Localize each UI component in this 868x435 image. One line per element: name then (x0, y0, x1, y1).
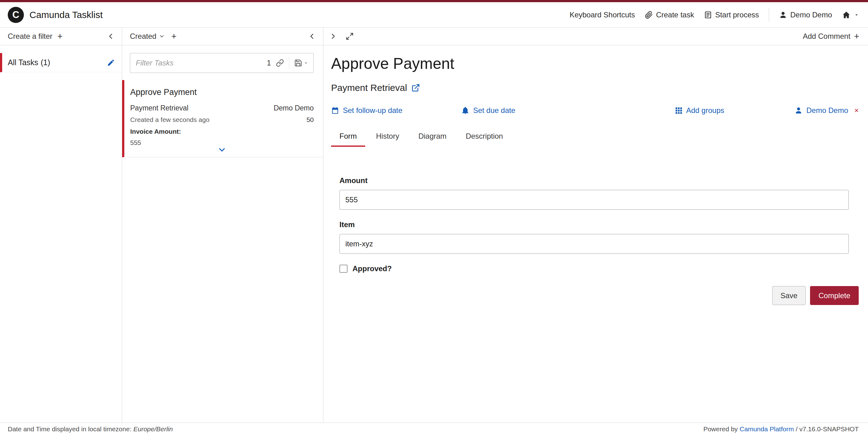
task-search-area: 1 (122, 45, 323, 80)
person-icon (779, 11, 787, 19)
complete-button[interactable]: Complete (810, 286, 859, 305)
collapse-filters-icon[interactable] (106, 32, 115, 41)
filters-panel: Create a filter + All Tasks (1) (0, 28, 122, 423)
add-comment-plus-icon: + (854, 32, 859, 41)
start-process-button[interactable]: Start process (704, 10, 759, 19)
caret-down-icon (854, 12, 859, 18)
add-comment-button[interactable]: Add Comment + (803, 32, 859, 41)
collapse-tasks-icon[interactable] (308, 32, 316, 41)
sort-label: Created (130, 32, 156, 41)
add-sort-plus-icon[interactable]: + (171, 32, 176, 41)
add-groups-link[interactable]: Add groups (675, 106, 724, 115)
tasks-panel: Created + 1 Approv (122, 28, 323, 423)
process-definition-row: Payment Retrieval (331, 83, 859, 93)
keyboard-shortcuts-label: Keyboard Shortcuts (569, 10, 635, 19)
detail-body: Approve Payment Payment Retrieval Set fo… (323, 45, 868, 423)
edit-filter-icon[interactable] (107, 59, 115, 67)
menu-divider (769, 8, 769, 22)
copy-link-icon[interactable] (276, 59, 284, 67)
task-priority: 50 (307, 116, 314, 123)
assignee-chip[interactable]: Demo Demo × (795, 106, 859, 115)
timezone-info: Date and Time displayed in local timezon… (8, 425, 173, 433)
expand-task-card-icon[interactable] (130, 145, 314, 154)
footer: Date and Time displayed in local timezon… (0, 423, 868, 435)
filter-tasks-input[interactable] (136, 59, 262, 67)
all-tasks-count: (1) (41, 58, 50, 67)
approved-field: Approved? (339, 264, 849, 273)
version-label: / v7.16.0-SNAPSHOT (796, 425, 859, 433)
camunda-platform-link[interactable]: Camunda Platform (740, 425, 794, 433)
person-icon (795, 107, 803, 115)
calendar-icon (331, 107, 339, 115)
set-follow-up-date-link[interactable]: Set follow-up date (331, 106, 402, 115)
chevron-down-icon (159, 33, 165, 39)
task-process-name: Payment Retrieval (130, 104, 188, 112)
approved-checkbox[interactable] (339, 265, 347, 273)
task-meta-row: Created a few seconds ago 50 (130, 116, 314, 123)
task-result-count: 1 (267, 59, 271, 67)
main-columns: Create a filter + All Tasks (1) Created … (0, 28, 868, 423)
home-icon (842, 10, 850, 19)
amount-input[interactable] (339, 190, 849, 210)
maximize-icon[interactable] (346, 32, 354, 40)
save-button[interactable]: Save (772, 286, 806, 305)
powered-by-label: Powered by (703, 425, 738, 433)
process-definition-name: Payment Retrieval (331, 83, 407, 93)
create-filter-label[interactable]: Create a filter (8, 32, 52, 41)
item-field: Item (339, 220, 849, 254)
tab-form[interactable]: Form (331, 132, 365, 147)
remove-assignee-icon[interactable]: × (855, 107, 859, 114)
sort-dropdown[interactable]: Created (130, 32, 165, 41)
filters-panel-header: Create a filter + (0, 28, 122, 45)
task-search-box: 1 (130, 53, 314, 73)
top-menu: Keyboard Shortcuts Create task Start pro… (569, 8, 859, 22)
task-detail-panel: Add Comment + Approve Payment Payment Re… (323, 28, 868, 423)
task-title: Approve Payment (130, 87, 314, 97)
assignee-name: Demo Demo (806, 106, 848, 115)
keyboard-shortcuts-link[interactable]: Keyboard Shortcuts (569, 10, 635, 19)
task-meta-row: Payment Retrieval Demo Demo (130, 104, 314, 112)
create-filter-plus-icon[interactable]: + (57, 32, 63, 41)
all-tasks-label: All Tasks (8, 58, 38, 67)
item-input[interactable] (339, 234, 849, 254)
amount-field: Amount (339, 176, 849, 210)
task-list-item[interactable]: Approve Payment Payment Retrieval Demo D… (122, 80, 323, 157)
caret-down-icon (304, 60, 308, 65)
task-created-time: Created a few seconds ago (130, 116, 210, 123)
save-search-button[interactable] (294, 59, 308, 67)
add-comment-label: Add Comment (803, 32, 850, 41)
bell-icon (461, 107, 469, 115)
tab-description[interactable]: Description (457, 132, 511, 147)
brand: C Camunda Tasklist (8, 7, 103, 23)
process-form-icon (704, 11, 712, 19)
user-name-label: Demo Demo (790, 10, 832, 19)
set-due-date-link[interactable]: Set due date (461, 106, 515, 115)
collapse-detail-icon[interactable] (329, 32, 338, 41)
task-form: Amount Item Approved? (339, 176, 849, 273)
task-actions-row: Set follow-up date Set due date Add grou… (331, 106, 859, 115)
task-variable-label: Invoice Amount: (130, 128, 314, 135)
detail-tabs: Form History Diagram Description (331, 132, 859, 147)
home-menu[interactable] (842, 10, 859, 19)
detail-header: Add Comment + (323, 28, 868, 45)
start-process-label: Start process (715, 10, 759, 19)
groups-grid-icon (675, 107, 683, 115)
approved-label: Approved? (352, 264, 392, 273)
tab-history[interactable]: History (368, 132, 408, 147)
create-task-label: Create task (656, 10, 694, 19)
add-groups-label: Add groups (686, 106, 724, 115)
timezone-prefix: Date and Time displayed in local timezon… (8, 425, 131, 433)
camunda-logo-icon: C (8, 7, 24, 23)
timezone-value: Europe/Berlin (133, 425, 173, 433)
tab-diagram[interactable]: Diagram (410, 132, 455, 147)
external-link-icon[interactable] (411, 84, 420, 92)
set-follow-up-date-label: Set follow-up date (343, 106, 402, 115)
create-task-button[interactable]: Create task (645, 10, 694, 19)
form-buttons: Save Complete (331, 286, 859, 305)
filter-all-tasks[interactable]: All Tasks (1) (0, 53, 122, 72)
item-label: Item (339, 220, 849, 229)
user-menu[interactable]: Demo Demo (779, 10, 832, 19)
top-bar: C Camunda Tasklist Keyboard Shortcuts Cr… (0, 0, 868, 28)
page-title: Approve Payment (331, 55, 859, 72)
paperclip-icon (645, 11, 653, 19)
